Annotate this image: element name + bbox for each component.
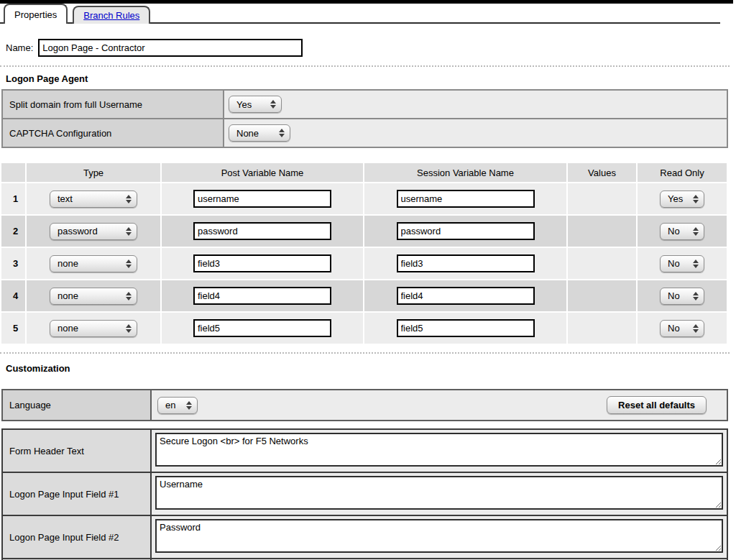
logon-page-agent-table: Split domain from full Username Yes CAPT… <box>1 89 728 148</box>
session-variable-input-2[interactable] <box>397 222 535 240</box>
updown-arrows-icon <box>693 324 699 333</box>
header-values: Values <box>568 163 636 182</box>
values-cell <box>568 248 636 279</box>
table-row: Language en Reset all defaults <box>2 390 727 421</box>
session-variable-input-3[interactable] <box>397 254 535 272</box>
header-post-variable: Post Variable Name <box>162 163 363 182</box>
read-only-select-5[interactable]: No <box>660 320 704 337</box>
name-label: Name: <box>6 42 33 53</box>
updown-arrows-icon <box>693 292 699 300</box>
updown-arrows-icon <box>270 100 276 109</box>
values-cell <box>568 216 636 247</box>
read-only-select-4[interactable]: No <box>660 288 704 305</box>
session-variable-input-4[interactable] <box>397 287 535 305</box>
session-variable-input-5[interactable] <box>397 319 535 337</box>
dotted-separator <box>0 65 730 67</box>
type-select-5-value: none <box>58 323 78 334</box>
post-variable-input-2[interactable] <box>193 222 331 240</box>
logon-input-field-2-textarea[interactable]: Password <box>155 519 723 553</box>
type-select-3[interactable]: none <box>50 255 137 272</box>
updown-arrows-icon <box>186 401 192 410</box>
read-only-select-2[interactable]: No <box>660 223 704 240</box>
language-label: Language <box>2 390 151 421</box>
split-domain-select-value: Yes <box>236 99 252 110</box>
header-read-only: Read Only <box>638 163 727 182</box>
read-only-select-3-value: No <box>668 258 680 269</box>
read-only-select-5-value: No <box>668 323 680 334</box>
row-number: 1 <box>1 183 25 214</box>
form-header-text-label: Form Header Text <box>2 429 151 472</box>
table-row: Logon Page Input Field #2 Password <box>2 515 727 559</box>
updown-arrows-icon <box>126 227 132 236</box>
row-number: 3 <box>1 248 25 279</box>
tab-branch-rules-label: Branch Rules <box>83 10 139 21</box>
field-row-5: 5 none No <box>1 313 727 344</box>
field-row-3: 3 none No <box>1 248 727 279</box>
read-only-select-4-value: No <box>668 290 680 301</box>
name-input[interactable] <box>38 39 303 57</box>
tab-properties[interactable]: Properties <box>4 4 68 24</box>
split-domain-select[interactable]: Yes <box>229 96 282 113</box>
post-variable-input-3[interactable] <box>193 254 331 272</box>
post-variable-input-1[interactable] <box>193 190 331 208</box>
type-select-1[interactable]: text <box>50 191 137 208</box>
header-session-variable: Session Variable Name <box>364 163 566 182</box>
read-only-select-1-value: Yes <box>668 193 683 204</box>
fields-header-row: Type Post Variable Name Session Variable… <box>1 163 727 182</box>
field-row-2: 2 password No <box>1 216 727 247</box>
type-select-4-value: none <box>58 290 78 301</box>
table-row: Logon Page Input Field #1 Username <box>2 472 727 515</box>
type-select-2[interactable]: password <box>50 223 137 240</box>
updown-arrows-icon <box>126 324 132 333</box>
section-title-customization: Customization <box>6 363 736 374</box>
logon-input-field-1-textarea[interactable]: Username <box>155 476 723 510</box>
tab-branch-rules[interactable]: Branch Rules <box>73 6 150 24</box>
captcha-config-select[interactable]: None <box>229 124 290 142</box>
row-number: 4 <box>1 280 25 311</box>
type-select-5[interactable]: none <box>50 320 137 337</box>
values-cell <box>568 313 636 344</box>
values-cell <box>568 183 636 214</box>
reset-all-defaults-button[interactable]: Reset all defaults <box>607 396 707 414</box>
table-row: CAPTCHA Configuration None <box>2 119 727 147</box>
post-variable-input-5[interactable] <box>193 319 331 337</box>
logon-input-field-2-label: Logon Page Input Field #2 <box>2 515 151 559</box>
language-table: Language en Reset all defaults <box>1 389 728 421</box>
dotted-separator <box>0 352 730 354</box>
split-domain-label: Split domain from full Username <box>2 90 224 119</box>
logon-input-field-1-label: Logon Page Input Field #1 <box>2 472 151 515</box>
captcha-config-select-value: None <box>236 128 259 139</box>
post-variable-input-4[interactable] <box>193 287 331 305</box>
values-cell <box>568 280 636 311</box>
section-title-logon-page-agent: Logon Page Agent <box>6 73 736 84</box>
type-select-2-value: password <box>58 226 98 237</box>
name-row: Name: <box>6 39 736 57</box>
language-select[interactable]: en <box>157 397 198 414</box>
row-number: 5 <box>1 313 25 344</box>
updown-arrows-icon <box>126 260 132 268</box>
field-row-4: 4 none No <box>1 280 727 311</box>
form-header-text-textarea[interactable]: Secure Logon <br> for F5 Networks <box>155 433 723 467</box>
customization-fields-table: Form Header Text Secure Logon <br> for F… <box>1 428 728 560</box>
read-only-select-2-value: No <box>668 226 680 237</box>
type-select-3-value: none <box>58 258 78 269</box>
table-row: Split domain from full Username Yes <box>2 90 727 119</box>
updown-arrows-icon <box>693 227 699 236</box>
language-select-value: en <box>165 400 175 410</box>
table-row: Form Header Text Secure Logon <br> for F… <box>2 429 727 472</box>
field-row-1: 1 text Yes <box>1 183 727 214</box>
updown-arrows-icon <box>126 195 132 203</box>
row-number: 2 <box>1 216 25 247</box>
logon-fields-table: Type Post Variable Name Session Variable… <box>0 162 728 345</box>
read-only-select-1[interactable]: Yes <box>660 191 704 208</box>
captcha-config-label: CAPTCHA Configuration <box>2 119 224 147</box>
tab-bar: Properties Branch Rules <box>0 4 736 24</box>
header-num <box>1 163 25 182</box>
type-select-1-value: text <box>58 193 73 204</box>
session-variable-input-1[interactable] <box>397 190 535 208</box>
read-only-select-3[interactable]: No <box>660 255 704 272</box>
type-select-4[interactable]: none <box>50 288 137 305</box>
tab-properties-label: Properties <box>14 9 57 20</box>
updown-arrows-icon <box>126 292 132 300</box>
updown-arrows-icon <box>279 129 285 137</box>
